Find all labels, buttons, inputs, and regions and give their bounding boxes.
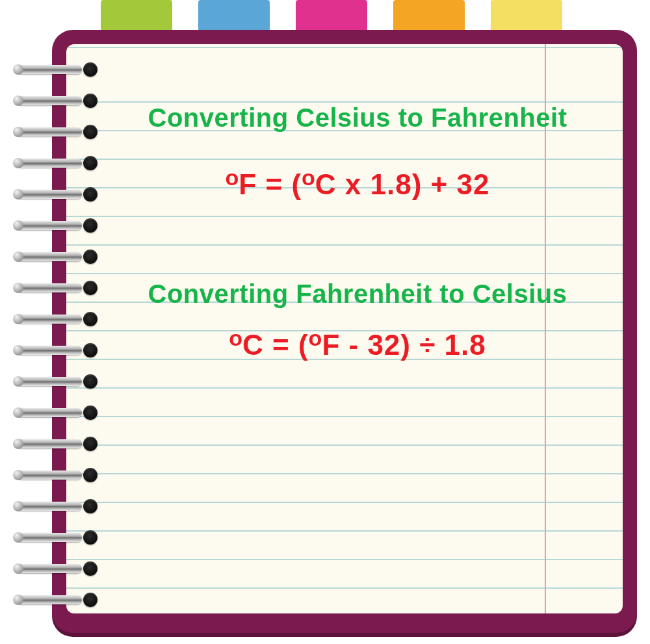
formula-f-to-c: oC = (oF - 32) ÷ 1.8 [118,326,597,361]
unit-f: F [322,329,340,361]
spiral-ring [17,156,95,170]
degree-symbol: o [309,326,322,350]
spiral-ring [17,468,95,482]
spiral-ring [17,374,95,389]
section-fahrenheit-to-celsius: Converting Fahrenheit to Celsius oC = (o… [118,279,597,361]
unit-c: C [242,329,264,361]
spiral-ring [17,218,95,233]
unit-c: C [315,168,337,200]
spiral-ring [17,406,95,420]
notebook-paper: Converting Celsius to Fahrenheit oF = (o… [66,44,623,613]
spiral-ring [17,530,95,545]
formula-c-to-f: oF = (oC x 1.8) + 32 [118,165,597,201]
degree-symbol: o [229,326,242,350]
spiral-ring [17,499,95,513]
spiral-ring [17,62,95,77]
spiral-binding [17,62,95,607]
heading-c-to-f: Converting Celsius to Fahrenheit [144,103,571,133]
spiral-ring [17,187,95,201]
formula-mid: = ( [257,168,302,200]
spiral-ring [17,250,95,264]
spiral-ring [17,125,95,139]
spiral-ring [17,343,95,357]
degree-symbol: o [302,165,315,190]
formula-rest: x 1.8) + 32 [337,168,490,200]
unit-f: F [239,168,257,200]
spiral-ring [17,312,95,326]
section-celsius-to-fahrenheit: Converting Celsius to Fahrenheit oF = (o… [118,103,597,201]
spiral-ring [17,94,95,108]
notebook-cover: Converting Celsius to Fahrenheit oF = (o… [52,30,637,633]
page-content: Converting Celsius to Fahrenheit oF = (o… [118,103,597,361]
spiral-ring [17,593,95,607]
formula-rest: - 32) ÷ 1.8 [340,329,486,361]
degree-symbol: o [226,165,239,190]
heading-f-to-c: Converting Fahrenheit to Celsius [144,279,571,309]
spiral-ring [17,561,95,576]
spiral-ring [17,281,95,295]
spiral-ring [17,437,95,451]
formula-mid: = ( [264,329,309,361]
